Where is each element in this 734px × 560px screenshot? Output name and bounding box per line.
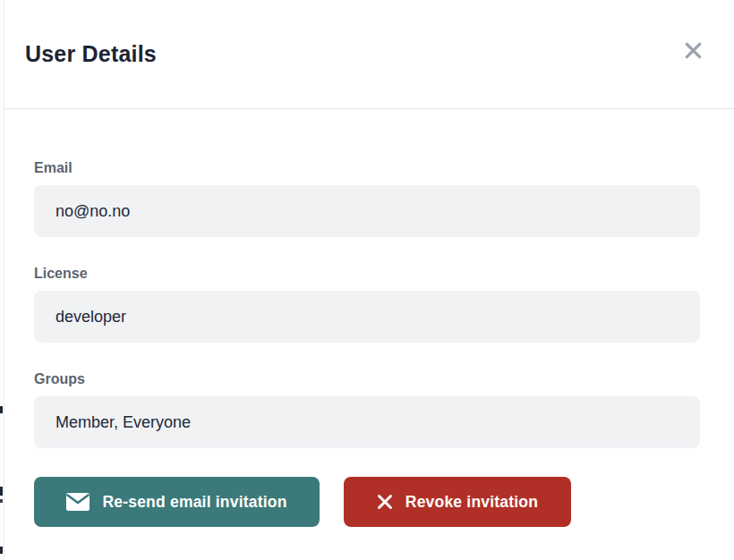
- background-text-fragment: [0, 406, 3, 413]
- groups-label: Groups: [34, 371, 700, 387]
- email-field[interactable]: [34, 185, 700, 237]
- license-field[interactable]: [34, 291, 700, 343]
- user-details-modal: User Details Email License Groups: [4, 0, 734, 560]
- resend-invitation-label: Re-send email invitation: [102, 493, 286, 512]
- background-text-fragment: [0, 547, 3, 554]
- license-field-group: License: [34, 266, 700, 343]
- page-title: User Details: [25, 41, 157, 67]
- background-text-fragment: [0, 487, 3, 496]
- license-label: License: [34, 266, 700, 282]
- close-icon: [683, 50, 704, 64]
- resend-invitation-button[interactable]: Re-send email invitation: [34, 477, 320, 527]
- modal-body: Email License Groups Re-send email invit…: [4, 109, 734, 527]
- x-icon: [377, 494, 393, 510]
- background-text-fragment: [0, 499, 3, 503]
- groups-field[interactable]: [34, 396, 700, 448]
- email-field-group: Email: [34, 160, 700, 237]
- envelope-icon: [66, 493, 90, 511]
- modal-header: User Details: [4, 0, 734, 109]
- revoke-invitation-button[interactable]: Revoke invitation: [344, 477, 571, 527]
- email-label: Email: [34, 160, 700, 176]
- revoke-invitation-label: Revoke invitation: [405, 493, 538, 512]
- groups-field-group: Groups: [34, 371, 700, 448]
- action-buttons-row: Re-send email invitation Revoke invitati…: [34, 477, 700, 527]
- close-button[interactable]: [678, 35, 709, 66]
